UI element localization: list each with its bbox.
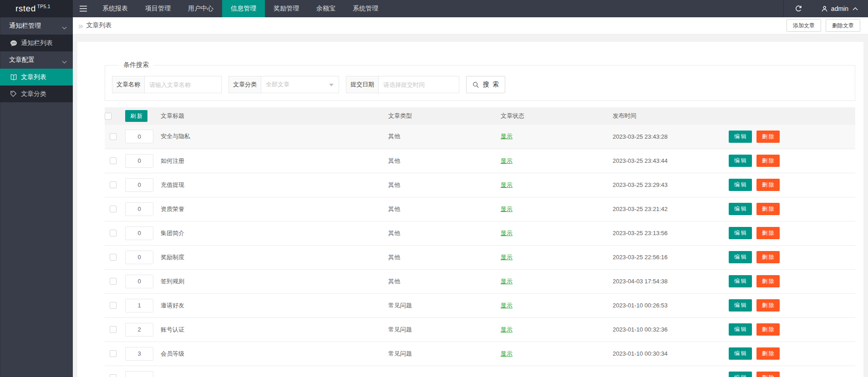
delete-button[interactable]: 删除 bbox=[756, 347, 780, 360]
sort-input[interactable] bbox=[125, 178, 153, 192]
article-type: 常见问题 bbox=[388, 317, 501, 342]
search-fieldset: 条件搜索 文章名称 文章分类 全部文章 提交日期 bbox=[105, 61, 855, 101]
sidebar-item-label: 文章分类 bbox=[21, 90, 46, 98]
delete-button[interactable]: 删除 bbox=[756, 372, 780, 377]
edit-button[interactable]: 编辑 bbox=[729, 299, 752, 312]
sidebar-item[interactable]: 文章列表 bbox=[0, 69, 73, 85]
row-checkbox[interactable] bbox=[110, 254, 117, 261]
sidebar-section-title[interactable]: 文章配置 bbox=[0, 51, 73, 69]
sort-input[interactable] bbox=[125, 347, 153, 361]
row-checkbox[interactable] bbox=[110, 133, 117, 140]
edit-button[interactable]: 编辑 bbox=[729, 323, 752, 336]
row-checkbox[interactable] bbox=[110, 374, 117, 377]
delete-button[interactable]: 删除 bbox=[756, 227, 780, 239]
delete-button[interactable]: 删除 bbox=[756, 323, 780, 336]
sidebar-section-title[interactable]: 通知栏管理 bbox=[0, 17, 73, 35]
sort-input[interactable] bbox=[125, 371, 153, 377]
edit-button[interactable]: 编辑 bbox=[729, 203, 752, 215]
delete-button[interactable]: 删除 bbox=[756, 251, 780, 263]
row-checkbox[interactable] bbox=[110, 181, 117, 188]
sidebar-item[interactable]: 文章分类 bbox=[0, 85, 73, 102]
sort-input[interactable] bbox=[125, 226, 153, 240]
delete-button[interactable]: 删除 bbox=[756, 275, 780, 287]
sort-input[interactable] bbox=[125, 275, 153, 288]
table-row: 如何注册 其他 显示 2023-03-25 23:43:44 编辑 删除 bbox=[105, 149, 855, 173]
status-toggle-link[interactable]: 显示 bbox=[501, 157, 513, 164]
status-toggle-link[interactable]: 显示 bbox=[501, 278, 513, 285]
publish-time: 2023-03-25 23:13:56 bbox=[613, 221, 729, 245]
status-toggle-link[interactable]: 显示 bbox=[501, 254, 513, 261]
search-form: 文章名称 文章分类 全部文章 提交日期 bbox=[112, 76, 848, 93]
status-toggle-link[interactable]: 显示 bbox=[501, 326, 513, 333]
row-checkbox[interactable] bbox=[110, 326, 117, 333]
row-checkbox[interactable] bbox=[110, 350, 117, 357]
edit-button[interactable]: 编辑 bbox=[729, 179, 752, 191]
search-legend: 条件搜索 bbox=[119, 61, 153, 69]
status-toggle-link[interactable]: 显示 bbox=[501, 133, 513, 140]
edit-button[interactable]: 编辑 bbox=[729, 155, 752, 167]
article-name-input[interactable] bbox=[144, 76, 222, 93]
nav-item[interactable]: 信息管理 bbox=[222, 0, 265, 17]
delete-button[interactable]: 删除 bbox=[756, 131, 780, 143]
book-icon bbox=[10, 74, 17, 81]
status-toggle-link[interactable]: 显示 bbox=[501, 350, 513, 357]
nav-item[interactable]: 余额宝 bbox=[308, 0, 344, 17]
add-article-button[interactable]: 添加文章 bbox=[787, 19, 821, 32]
delete-button[interactable]: 删除 bbox=[756, 155, 780, 167]
row-checkbox[interactable] bbox=[110, 157, 117, 164]
chevron-up-icon bbox=[853, 7, 858, 10]
nav-item[interactable]: 系统管理 bbox=[344, 0, 387, 17]
row-checkbox[interactable] bbox=[110, 206, 117, 212]
article-title: 集团简介 bbox=[161, 221, 388, 245]
status-toggle-link[interactable]: 显示 bbox=[501, 302, 513, 309]
edit-button[interactable]: 编辑 bbox=[729, 275, 752, 287]
article-category-group: 文章分类 全部文章 bbox=[228, 76, 339, 93]
delete-button[interactable]: 删除 bbox=[756, 203, 780, 215]
article-type: 常见问题 bbox=[388, 342, 501, 366]
edit-button[interactable]: 编辑 bbox=[729, 131, 752, 143]
table-row: 签到规则 其他 显示 2023-04-03 17:54:38 编辑 删除 bbox=[105, 269, 855, 293]
edit-button[interactable]: 编辑 bbox=[729, 372, 752, 377]
app-logo[interactable]: rstedTP5.1 bbox=[0, 0, 73, 17]
select-all-checkbox[interactable] bbox=[105, 113, 112, 120]
row-checkbox[interactable] bbox=[110, 230, 117, 236]
sort-input[interactable] bbox=[125, 299, 153, 312]
refresh-list-button[interactable]: 刷新 bbox=[125, 110, 147, 122]
article-name-label: 文章名称 bbox=[112, 76, 144, 93]
search-button[interactable]: 搜索 bbox=[466, 76, 505, 93]
sidebar-item[interactable]: 通知栏列表 bbox=[0, 35, 73, 51]
edit-button[interactable]: 编辑 bbox=[729, 227, 752, 239]
row-checkbox[interactable] bbox=[110, 302, 117, 309]
status-toggle-link[interactable]: 显示 bbox=[501, 230, 513, 236]
hamburger-icon[interactable] bbox=[73, 0, 94, 17]
category-select[interactable]: 全部文章 bbox=[261, 76, 339, 93]
nav-item[interactable]: 系统报表 bbox=[94, 0, 137, 17]
article-type: 其他 bbox=[388, 197, 501, 221]
user-menu[interactable]: admin bbox=[813, 0, 868, 17]
sort-input[interactable] bbox=[125, 323, 153, 337]
sort-input[interactable] bbox=[125, 251, 153, 264]
status-toggle-link[interactable]: 显示 bbox=[501, 181, 513, 188]
sort-input[interactable] bbox=[125, 154, 153, 168]
row-checkbox[interactable] bbox=[110, 278, 117, 285]
publish-time: 2023-04-03 17:54:38 bbox=[613, 269, 729, 293]
table-row: 奖励制度 其他 显示 2023-03-25 22:56:16 编辑 删除 bbox=[105, 245, 855, 269]
sort-input[interactable] bbox=[125, 202, 153, 216]
delete-button[interactable]: 删除 bbox=[756, 179, 780, 191]
article-type: 其他 bbox=[388, 125, 501, 149]
delete-article-button[interactable]: 删除文章 bbox=[826, 19, 860, 32]
status-toggle-link[interactable]: 显示 bbox=[501, 206, 513, 212]
nav-item[interactable]: 用户中心 bbox=[179, 0, 222, 17]
nav-item[interactable]: 奖励管理 bbox=[265, 0, 308, 17]
nav-item[interactable]: 项目管理 bbox=[137, 0, 179, 17]
table-row: 资质荣誉 其他 显示 2023-03-25 23:21:42 编辑 删除 bbox=[105, 197, 855, 221]
refresh-icon[interactable] bbox=[783, 0, 813, 17]
sort-input[interactable] bbox=[125, 130, 153, 143]
article-title: 账号认证 bbox=[161, 317, 388, 342]
delete-button[interactable]: 删除 bbox=[756, 299, 780, 312]
chevron-down-icon bbox=[329, 84, 334, 86]
edit-button[interactable]: 编辑 bbox=[729, 347, 752, 360]
edit-button[interactable]: 编辑 bbox=[729, 251, 752, 263]
submit-date-input[interactable] bbox=[378, 76, 459, 93]
breadcrumb-icon: » bbox=[78, 21, 83, 30]
